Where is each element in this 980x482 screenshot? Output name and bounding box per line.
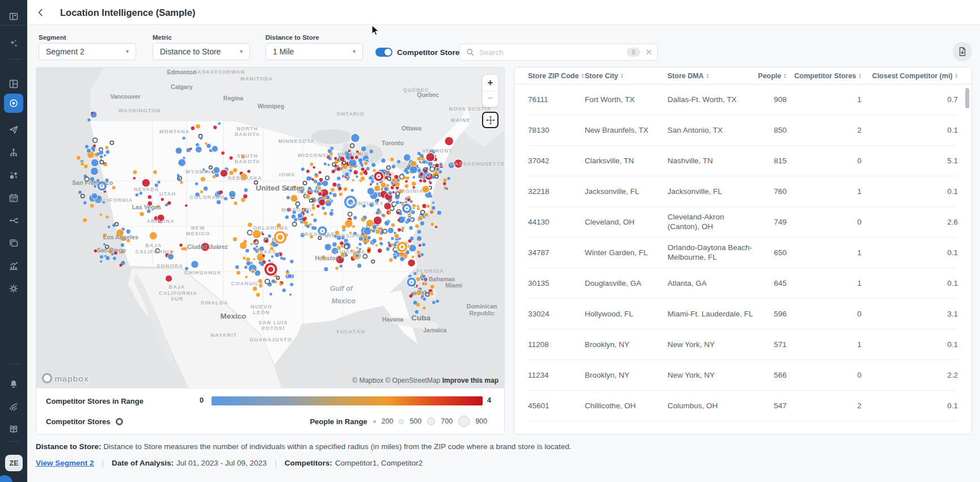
column-header[interactable]: Store DMA▲▼ — [668, 72, 755, 80]
table-cell: 2 — [787, 401, 861, 411]
table-row[interactable]: 30135Douglasville, GAAtlanta, GA64510.1 — [514, 268, 971, 299]
separator: | — [274, 459, 277, 467]
sidebar-item-segments[interactable] — [0, 166, 27, 185]
hierarchy-icon — [9, 147, 19, 158]
metric-dropdown[interactable]: Distance to Store ▼ — [153, 43, 250, 60]
sidebar-item-status[interactable] — [0, 397, 27, 416]
column-header-label: Store City — [585, 72, 618, 80]
panel-icon — [9, 11, 19, 22]
people-size-circle — [458, 416, 470, 427]
table-row[interactable]: 32218Jacksonville, FLJacksonville, FL760… — [514, 176, 971, 207]
sort-icon[interactable]: ▲▼ — [706, 73, 709, 78]
page-title: Location Intelligence (Sample) — [60, 0, 195, 25]
table-cell: Orlando-Daytona Beach-Melbourne, FL — [668, 243, 755, 263]
column-header-label: Store ZIP Code — [528, 72, 578, 80]
top-bar: Location Intelligence (Sample) — [27, 0, 980, 25]
map-attribution: © Mapbox © OpenStreetMap Improve this ma… — [352, 377, 499, 384]
table-row[interactable]: 11208Brooklyn, NYNew York, NY57110.1 — [514, 329, 971, 360]
store-dots-layer[interactable] — [36, 67, 505, 388]
column-header[interactable]: Competitor Stores▲▼ — [787, 72, 861, 80]
grid-icon — [9, 79, 19, 89]
sidebar-item-panel-toggle[interactable] — [0, 7, 27, 26]
analysis-meta-row: View Segment 2 | Date of Analysis: Jul 0… — [36, 459, 423, 467]
table-cell: 1 — [787, 340, 861, 350]
table-row[interactable]: 33024Hollywood, FLMiami-Ft. Lauderdale, … — [514, 299, 971, 329]
table-row[interactable]: 78130New Braunfels, TXSan Antonio, TX850… — [514, 115, 971, 146]
table-cell: New Braunfels, TX — [585, 126, 668, 136]
chat-bubble-icon[interactable] — [0, 475, 12, 482]
back-button[interactable] — [34, 6, 48, 19]
table-row[interactable]: 37042Clarksville, TNNashville, TN81505.1 — [514, 146, 971, 176]
zoom-in-button[interactable]: + — [483, 75, 498, 91]
bell-icon — [9, 379, 19, 389]
search-input[interactable] — [478, 48, 627, 57]
sidebar-item-location-intelligence[interactable] — [4, 94, 23, 113]
results-table-card: Store ZIP Code▲▼Store City▲▼Store DMA▲▼P… — [514, 67, 972, 434]
range-min: 0 — [200, 396, 204, 404]
table-cell: New York, NY — [668, 340, 755, 350]
table-cell: 571 — [755, 340, 787, 350]
sidebar-item-journeys[interactable] — [0, 211, 27, 230]
table-cell: Jacksonville, FL — [668, 187, 755, 197]
table-row[interactable]: 76111Fort Worth, TXDallas-Ft. Worth, TX9… — [514, 84, 971, 115]
download-report-button[interactable] — [953, 42, 972, 61]
distance-dropdown[interactable]: 1 Mile ▼ — [265, 43, 363, 60]
scrollbar-thumb[interactable] — [965, 88, 969, 108]
column-header-label: Competitor Stores — [795, 72, 856, 80]
people-size-circle — [399, 419, 404, 424]
zoom-out-button[interactable]: − — [483, 91, 498, 107]
search-box: 0 — [459, 44, 658, 61]
table-cell: 815 — [755, 157, 787, 166]
sort-icon[interactable]: ▲▼ — [955, 73, 958, 78]
table-row[interactable]: 45601Chillicothe, OHColumbus, OH54720.1 — [514, 391, 971, 421]
table-scrollbar[interactable] — [965, 87, 969, 427]
table-cell: 30135 — [528, 279, 585, 289]
sidebar-item-docs[interactable] — [0, 420, 27, 439]
table-row[interactable]: 44130Cleveland, OHCleveland-Akron (Canto… — [514, 207, 971, 238]
table-cell: 11208 — [528, 340, 585, 350]
competitor-store-toggle[interactable] — [375, 48, 392, 57]
table-cell: Brooklyn, NY — [585, 340, 668, 350]
table-cell: 1 — [787, 95, 861, 105]
sidebar-item-ai-sparkles[interactable] — [0, 34, 27, 53]
map-card: EdmontonSASKATCHEWANMANITOBACalgaryRegin… — [36, 67, 505, 434]
table-cell: 33024 — [528, 310, 585, 319]
table-cell: Cleveland-Akron (Canton), OH — [668, 213, 755, 232]
separator: | — [102, 459, 104, 467]
table-cell: Cleveland, OH — [585, 218, 668, 227]
table-cell: Dallas-Ft. Worth, TX — [668, 95, 755, 105]
column-header[interactable]: Store City▲▼ — [585, 72, 668, 80]
table-cell: Douglasville, GA — [585, 279, 668, 289]
sidebar-item-analytics[interactable] — [0, 256, 27, 276]
improve-map-link[interactable]: Improve this map — [442, 377, 499, 384]
user-avatar[interactable]: ZE — [5, 455, 23, 471]
sidebar-item-settings[interactable] — [0, 279, 27, 298]
sidebar-item-campaigns[interactable] — [0, 120, 27, 139]
competitor-legend-label: Competitor Stores — [46, 417, 110, 426]
mapbox-logo[interactable]: mapbox — [42, 373, 89, 383]
attribution-text: © Mapbox © OpenStreetMap — [352, 377, 442, 384]
sort-icon[interactable]: ▲▼ — [581, 73, 584, 78]
column-header[interactable]: Store ZIP Code▲▼ — [528, 72, 585, 80]
sort-icon[interactable]: ▲▼ — [620, 73, 623, 78]
table-cell: 0.1 — [861, 248, 958, 258]
segment-dropdown[interactable]: Segment 2 ▼ — [39, 43, 136, 60]
sidebar-item-dashboards[interactable] — [0, 74, 27, 94]
column-header[interactable]: Closest Competitor (mi)▲▼ — [861, 72, 958, 80]
table-cell: Fort Worth, TX — [585, 95, 668, 105]
sidebar-item-notifications[interactable] — [0, 374, 27, 394]
sidebar-item-calendar[interactable] — [0, 188, 27, 208]
table-row[interactable]: 34787Winter Garden, FLOrlando-Daytona Be… — [514, 238, 971, 268]
sidebar-item-org-hierarchy[interactable] — [0, 143, 27, 162]
table-row[interactable]: 11234Brooklyn, NYNew York, NY56602.2 — [514, 360, 971, 391]
signal-icon — [9, 401, 19, 412]
sidebar-item-apps[interactable] — [0, 234, 27, 253]
map[interactable]: EdmontonSASKATCHEWANMANITOBACalgaryRegin… — [36, 67, 505, 388]
competitor-store-ring-icon — [116, 418, 123, 425]
table-cell: 0 — [787, 157, 861, 166]
column-header[interactable]: People▲▼ — [755, 72, 787, 80]
view-segment-link[interactable]: View Segment 2 — [36, 459, 94, 467]
clear-search-icon[interactable] — [645, 48, 653, 56]
pan-mode-button[interactable] — [482, 112, 499, 128]
table-cell: 11234 — [528, 371, 585, 380]
